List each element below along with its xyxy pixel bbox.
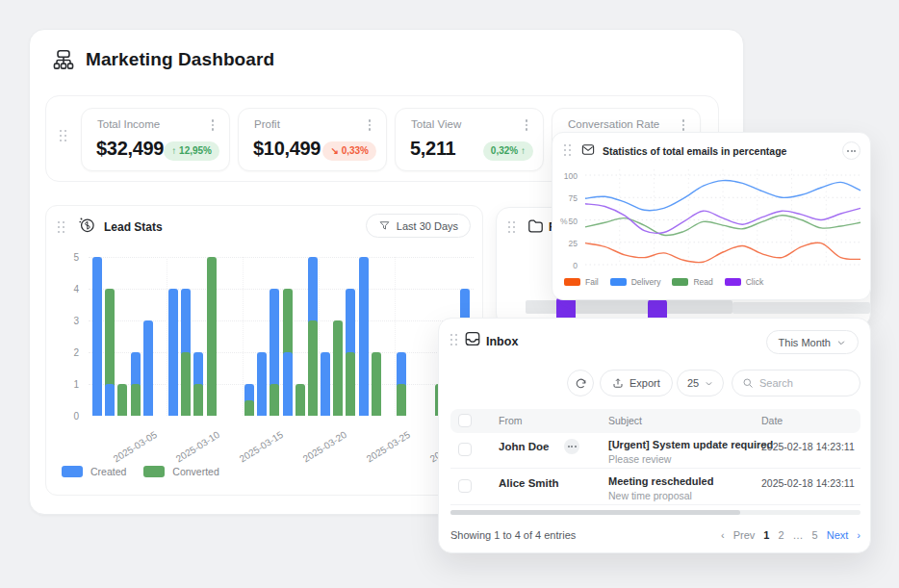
chart-bar: [333, 320, 343, 416]
cell-subject-preview: New time proposal: [608, 490, 692, 501]
dashboard-header: Marketing Dashboard: [51, 47, 274, 72]
legend-label: Fail: [585, 277, 599, 287]
horizontal-scrollbar[interactable]: [450, 510, 860, 515]
inbox-card: Inbox This Month Export 25 From Subject …: [438, 318, 871, 553]
inbox-tray-icon: [464, 330, 481, 347]
inbox-table-header: From Subject Date: [450, 409, 860, 433]
kebab-menu-icon[interactable]: [206, 117, 219, 133]
refresh-button[interactable]: [567, 370, 594, 396]
chart-bar: [257, 352, 267, 416]
stats-drag-handle[interactable]: [60, 130, 66, 141]
stat-label: Conversation Rate: [568, 118, 659, 130]
pagination-item-2[interactable]: 2: [778, 529, 783, 541]
refresh-icon: [575, 377, 587, 390]
stat-card-total-view: Total View5,2110,32% ↑: [395, 108, 544, 171]
legend-label: Read: [693, 277, 712, 287]
pagination-item-prev[interactable]: Prev: [733, 529, 756, 541]
hidden-chart-band: [732, 302, 870, 314]
search-input[interactable]: [759, 377, 846, 389]
chart-bar: [92, 257, 102, 416]
chart-bar: [168, 289, 178, 416]
select-all-checkbox[interactable]: [458, 414, 472, 427]
line-series-fail: [585, 243, 860, 263]
lead-stats-card: Lead Stats Last 30 Days 0123452025-03-05…: [45, 205, 483, 496]
column-header-date: Date: [761, 415, 783, 426]
legend-swatch: [143, 466, 165, 477]
chart-bar: [295, 384, 305, 416]
chevron-down-icon: [705, 379, 713, 388]
chart-bar: [117, 384, 127, 416]
legend-item-read: Read: [672, 277, 712, 287]
kebab-menu-icon[interactable]: [677, 117, 690, 133]
legend-swatch: [725, 278, 741, 286]
lead-stats-legend: CreatedConverted: [62, 466, 219, 477]
export-button[interactable]: Export: [600, 370, 673, 396]
month-filter-value: This Month: [779, 337, 831, 348]
pagination-item-‹[interactable]: ‹: [721, 529, 725, 541]
y-axis-tick: 3: [60, 316, 79, 326]
folders-drag-handle[interactable]: [508, 221, 515, 233]
legend-label: Created: [90, 466, 126, 477]
sitemap-icon: [51, 47, 76, 72]
y-axis-tick: 0: [60, 411, 79, 422]
legend-item-converted: Converted: [143, 466, 218, 477]
search-icon: [742, 377, 754, 389]
legend-label: Delivery: [631, 277, 661, 287]
table-row[interactable]: Alice SmithMeeting rescheduledNew time p…: [450, 469, 860, 505]
x-axis-tick-label: 2025-03-25: [365, 429, 412, 464]
x-axis-tick-label: 2025-03-10: [174, 429, 221, 464]
row-more-button[interactable]: [564, 439, 579, 454]
cell-from: Alice Smith: [499, 477, 559, 489]
row-checkbox[interactable]: [458, 479, 472, 493]
stat-trend-badge: ↑ 12,95%: [164, 141, 219, 161]
stat-trend-badge: ↘ 0,33%: [322, 141, 376, 161]
legend-swatch: [610, 278, 627, 286]
scrollbar-thumb[interactable]: [450, 510, 740, 515]
row-checkbox[interactable]: [458, 443, 472, 456]
kebab-menu-icon[interactable]: [520, 117, 533, 133]
chart-bar: [105, 384, 115, 416]
cell-date: 2025-02-18 14:23:11: [761, 477, 855, 489]
cell-subject: Meeting rescheduled: [608, 475, 713, 487]
page-size-dropdown[interactable]: 25: [677, 370, 724, 396]
email-line-chart: [552, 133, 872, 301]
legend-swatch: [672, 278, 688, 286]
legend-swatch: [62, 466, 83, 477]
email-stats-card: Statistics of total emails in percentage…: [552, 132, 871, 300]
x-axis-tick-label: 2025-03-20: [301, 429, 348, 464]
pagination-item-›[interactable]: ›: [857, 529, 860, 541]
stat-value: $10,499: [253, 138, 321, 160]
chart-bar: [397, 384, 406, 416]
chart-bar: [270, 384, 279, 416]
legend-item-delivery: Delivery: [610, 277, 661, 287]
month-filter-dropdown[interactable]: This Month: [766, 330, 859, 354]
pagination-item-next[interactable]: Next: [827, 529, 849, 541]
export-icon: [612, 377, 624, 389]
pagination: ‹Prev12…5Next›: [721, 529, 860, 541]
stat-card-total-income: Total Income$32,499↑ 12,95%: [81, 108, 230, 171]
chart-bar: [207, 257, 217, 416]
legend-label: Converted: [172, 466, 218, 477]
kebab-menu-icon[interactable]: [363, 117, 376, 133]
folder-icon: [527, 217, 545, 235]
pagination-item-1[interactable]: 1: [763, 529, 769, 541]
column-header-from: From: [499, 415, 523, 426]
page: { "header": { "title": "Marketing Dashbo…: [0, 0, 899, 588]
export-label: Export: [629, 377, 660, 389]
search-box[interactable]: [732, 370, 860, 396]
email-y-axis-tick: 75: [556, 193, 578, 203]
chart-bar: [193, 384, 203, 416]
chart-bar: [244, 400, 254, 417]
legend-label: Click: [746, 277, 763, 287]
cell-from: John Doe: [499, 441, 549, 452]
pagination-item-5[interactable]: 5: [812, 529, 818, 541]
legend-item-fail: Fail: [564, 277, 599, 287]
chart-bar: [181, 352, 191, 416]
stat-value: 5,211: [410, 138, 455, 160]
chart-bar: [143, 320, 153, 416]
inbox-title: Inbox: [486, 335, 518, 348]
cell-subject-preview: Please review: [608, 453, 671, 465]
table-row[interactable]: John Doe[Urgent] System update requiredP…: [450, 432, 860, 469]
inbox-drag-handle[interactable]: [450, 334, 457, 345]
y-axis-tick: 4: [60, 284, 79, 294]
